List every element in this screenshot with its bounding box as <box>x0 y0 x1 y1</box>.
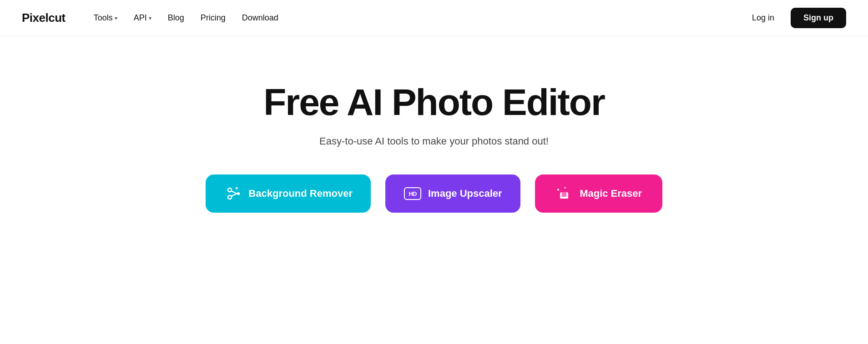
svg-text:✦: ✦ <box>235 186 239 191</box>
background-remover-label: Background Remover <box>248 188 353 199</box>
nav-item-api[interactable]: API ▾ <box>127 10 158 26</box>
chevron-down-icon: ▾ <box>115 15 117 21</box>
scissors-icon: ✦ <box>224 184 242 203</box>
svg-text:✦: ✦ <box>556 188 560 192</box>
image-upscaler-label: Image Upscaler <box>428 188 502 199</box>
magic-eraser-button[interactable]: ✦ ✦ Magic Eraser <box>535 174 662 213</box>
nav-download-label: Download <box>242 13 278 23</box>
login-button[interactable]: Log in <box>743 9 783 27</box>
eraser-icon: ✦ ✦ <box>555 184 573 203</box>
signup-button[interactable]: Sign up <box>791 8 846 28</box>
nav-links: Tools ▾ API ▾ Blog Pricing Download <box>87 10 743 26</box>
nav-item-download[interactable]: Download <box>236 10 285 26</box>
tool-buttons: ✦ Background Remover HD Image Upscaler ✦… <box>206 174 662 213</box>
svg-text:✦: ✦ <box>564 186 566 189</box>
hd-badge: HD <box>404 187 421 200</box>
hero-subtitle: Easy-to-use AI tools to make your photos… <box>319 135 549 147</box>
magic-eraser-label: Magic Eraser <box>580 188 642 199</box>
nav-item-tools[interactable]: Tools ▾ <box>87 10 124 26</box>
image-upscaler-button[interactable]: HD Image Upscaler <box>385 174 520 213</box>
nav-item-blog[interactable]: Blog <box>161 10 191 26</box>
hd-icon: HD <box>404 184 422 203</box>
hero-section: Free AI Photo Editor Easy-to-use AI tool… <box>0 36 868 249</box>
chevron-down-icon: ▾ <box>149 15 151 21</box>
brand-logo[interactable]: Pixelcut <box>22 11 66 25</box>
nav-blog-label: Blog <box>168 13 184 23</box>
nav-api-label: API <box>134 13 147 23</box>
svg-point-4 <box>238 193 240 195</box>
background-remover-button[interactable]: ✦ Background Remover <box>206 174 371 213</box>
hero-title: Free AI Photo Editor <box>263 82 605 123</box>
nav-tools-label: Tools <box>94 13 113 23</box>
svg-rect-11 <box>560 197 568 199</box>
nav-item-pricing[interactable]: Pricing <box>194 10 232 26</box>
navbar: Pixelcut Tools ▾ API ▾ Blog Pricing Down… <box>0 0 868 36</box>
nav-auth: Log in Sign up <box>743 8 846 28</box>
nav-pricing-label: Pricing <box>201 13 226 23</box>
